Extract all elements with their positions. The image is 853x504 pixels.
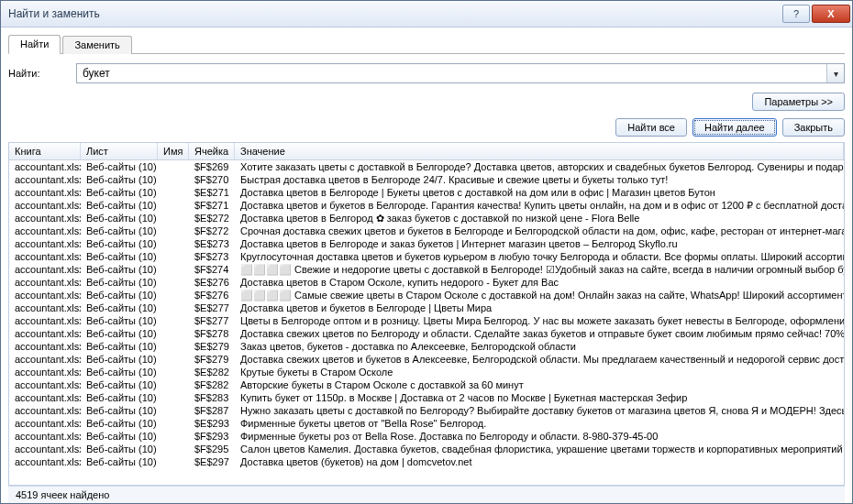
table-row[interactable]: accountant.xlsxВеб-сайты (10)$F$276⬜⬜⬜⬜ … bbox=[9, 289, 844, 301]
tab-replace[interactable]: Заменить bbox=[62, 36, 131, 54]
cell-cell: $F$295 bbox=[189, 443, 235, 455]
cell-value: Доставка цветов (букетов) на дом | domcv… bbox=[235, 455, 844, 468]
cell-name bbox=[158, 237, 189, 250]
table-row[interactable]: accountant.xlsxВеб-сайты (10)$F$272Срочн… bbox=[9, 225, 844, 237]
cell-book: accountant.xlsx bbox=[9, 199, 81, 212]
table-row[interactable]: accountant.xlsxВеб-сайты (10)$F$287Нужно… bbox=[9, 404, 844, 417]
table-row[interactable]: accountant.xlsxВеб-сайты (10)$E$271Доста… bbox=[9, 186, 844, 199]
cell-value: Доставка свежих цветов по Белгороду и об… bbox=[235, 327, 844, 340]
cell-name bbox=[158, 289, 189, 301]
col-header-sheet[interactable]: Лист bbox=[81, 143, 158, 159]
cell-name bbox=[158, 443, 189, 455]
cell-value: ⬜⬜⬜⬜ Самые свежие цветы в Старом Осколе … bbox=[235, 289, 844, 301]
results-grid[interactable]: Книга Лист Имя Ячейка Значение accountan… bbox=[8, 142, 845, 486]
find-all-button[interactable]: Найти все bbox=[615, 118, 687, 137]
cell-sheet: Веб-сайты (10) bbox=[81, 366, 158, 378]
cell-name bbox=[158, 301, 189, 314]
cell-name bbox=[158, 250, 189, 263]
cell-cell: $F$272 bbox=[189, 225, 235, 237]
cell-cell: $E$293 bbox=[189, 417, 235, 430]
help-button[interactable]: ? bbox=[782, 5, 810, 23]
cell-sheet: Веб-сайты (10) bbox=[81, 391, 158, 404]
results-header[interactable]: Книга Лист Имя Ячейка Значение bbox=[9, 143, 844, 160]
find-next-button[interactable]: Найти далее bbox=[692, 118, 777, 137]
close-window-button[interactable]: X bbox=[812, 5, 850, 23]
tab-find[interactable]: Найти bbox=[8, 35, 61, 54]
table-row[interactable]: accountant.xlsxВеб-сайты (10)$F$293Фирме… bbox=[9, 430, 844, 443]
cell-sheet: Веб-сайты (10) bbox=[81, 417, 158, 430]
cell-name bbox=[158, 314, 189, 327]
table-row[interactable]: accountant.xlsxВеб-сайты (10)$E$297Доста… bbox=[9, 455, 844, 468]
table-row[interactable]: accountant.xlsxВеб-сайты (10)$F$277Цветы… bbox=[9, 314, 844, 327]
results-body[interactable]: accountant.xlsxВеб-сайты (10)$F$269Хотит… bbox=[9, 160, 844, 485]
table-row[interactable]: accountant.xlsxВеб-сайты (10)$E$276Доста… bbox=[9, 276, 844, 289]
cell-value: Срочная доставка свежих цветов и букетов… bbox=[235, 225, 844, 237]
table-row[interactable]: accountant.xlsxВеб-сайты (10)$F$271Доста… bbox=[9, 199, 844, 212]
cell-cell: $F$279 bbox=[189, 353, 235, 366]
close-button[interactable]: Закрыть bbox=[782, 118, 845, 137]
cell-cell: $E$276 bbox=[189, 276, 235, 289]
table-row[interactable]: accountant.xlsxВеб-сайты (10)$F$274⬜⬜⬜⬜ … bbox=[9, 263, 844, 276]
cell-sheet: Веб-сайты (10) bbox=[81, 173, 158, 186]
cell-book: accountant.xlsx bbox=[9, 378, 81, 391]
cell-cell: $F$274 bbox=[189, 263, 235, 276]
cell-book: accountant.xlsx bbox=[9, 186, 81, 199]
cell-value: Доставка цветов в Старом Осколе, купить … bbox=[235, 276, 844, 289]
cell-value: Купить букет от 1150р. в Москве | Достав… bbox=[235, 391, 844, 404]
cell-cell: $F$278 bbox=[189, 327, 235, 340]
cell-book: accountant.xlsx bbox=[9, 366, 81, 378]
table-row[interactable]: accountant.xlsxВеб-сайты (10)$F$270Быстр… bbox=[9, 173, 844, 186]
table-row[interactable]: accountant.xlsxВеб-сайты (10)$E$273Доста… bbox=[9, 237, 844, 250]
status-bar: 4519 ячеек найдено bbox=[8, 486, 845, 503]
cell-book: accountant.xlsx bbox=[9, 173, 81, 186]
cell-book: accountant.xlsx bbox=[9, 404, 81, 417]
cell-name bbox=[158, 186, 189, 199]
cell-book: accountant.xlsx bbox=[9, 276, 81, 289]
table-row[interactable]: accountant.xlsxВеб-сайты (10)$F$278Доста… bbox=[9, 327, 844, 340]
cell-value: Фирменные букеты цветов от "Bella Rose" … bbox=[235, 417, 844, 430]
cell-sheet: Веб-сайты (10) bbox=[81, 212, 158, 225]
table-row[interactable]: accountant.xlsxВеб-сайты (10)$E$277Доста… bbox=[9, 301, 844, 314]
col-header-book[interactable]: Книга bbox=[9, 143, 81, 159]
table-row[interactable]: accountant.xlsxВеб-сайты (10)$F$283Купит… bbox=[9, 391, 844, 404]
find-dropdown-button[interactable]: ▾ bbox=[826, 64, 844, 82]
cell-book: accountant.xlsx bbox=[9, 250, 81, 263]
table-row[interactable]: accountant.xlsxВеб-сайты (10)$F$279Доста… bbox=[9, 353, 844, 366]
cell-value: Цветы в Белгороде оптом и в розницу. Цве… bbox=[235, 314, 844, 327]
cell-cell: $E$279 bbox=[189, 340, 235, 353]
col-header-name[interactable]: Имя bbox=[158, 143, 189, 159]
cell-book: accountant.xlsx bbox=[9, 225, 81, 237]
cell-name bbox=[158, 404, 189, 417]
cell-value: Хотите заказать цветы с доставкой в Белг… bbox=[235, 160, 844, 173]
find-input[interactable] bbox=[77, 64, 826, 82]
cell-book: accountant.xlsx bbox=[9, 353, 81, 366]
tabstrip: Найти Заменить bbox=[8, 33, 845, 54]
cell-name bbox=[158, 340, 189, 353]
col-header-cell[interactable]: Ячейка bbox=[189, 143, 235, 159]
table-row[interactable]: accountant.xlsxВеб-сайты (10)$F$282Автор… bbox=[9, 378, 844, 391]
cell-cell: $E$297 bbox=[189, 455, 235, 468]
cell-sheet: Веб-сайты (10) bbox=[81, 276, 158, 289]
cell-value: Доставка цветов и букетов в Белгороде. Г… bbox=[235, 199, 844, 212]
options-button[interactable]: Параметры >> bbox=[752, 93, 845, 111]
table-row[interactable]: accountant.xlsxВеб-сайты (10)$E$272Доста… bbox=[9, 212, 844, 225]
cell-value: Фирменные букеты роз от Bella Rose. Дост… bbox=[235, 430, 844, 443]
cell-sheet: Веб-сайты (10) bbox=[81, 225, 158, 237]
cell-sheet: Веб-сайты (10) bbox=[81, 263, 158, 276]
titlebar[interactable]: Найти и заменить ? X bbox=[1, 1, 852, 27]
cell-sheet: Веб-сайты (10) bbox=[81, 443, 158, 455]
cell-name bbox=[158, 276, 189, 289]
table-row[interactable]: accountant.xlsxВеб-сайты (10)$E$282Круты… bbox=[9, 366, 844, 378]
table-row[interactable]: accountant.xlsxВеб-сайты (10)$F$269Хотит… bbox=[9, 160, 844, 173]
find-combobox[interactable]: ▾ bbox=[76, 63, 845, 83]
cell-book: accountant.xlsx bbox=[9, 237, 81, 250]
table-row[interactable]: accountant.xlsxВеб-сайты (10)$E$279Заказ… bbox=[9, 340, 844, 353]
table-row[interactable]: accountant.xlsxВеб-сайты (10)$F$295Салон… bbox=[9, 443, 844, 455]
cell-cell: $F$273 bbox=[189, 250, 235, 263]
cell-book: accountant.xlsx bbox=[9, 314, 81, 327]
table-row[interactable]: accountant.xlsxВеб-сайты (10)$E$293Фирме… bbox=[9, 417, 844, 430]
col-header-value[interactable]: Значение bbox=[235, 143, 844, 159]
table-row[interactable]: accountant.xlsxВеб-сайты (10)$F$273Кругл… bbox=[9, 250, 844, 263]
cell-name bbox=[158, 212, 189, 225]
cell-cell: $F$293 bbox=[189, 430, 235, 443]
